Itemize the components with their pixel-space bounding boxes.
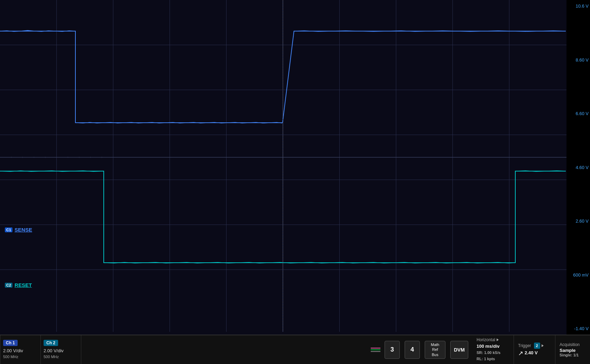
ch2-bw: 500 MHz	[44, 354, 59, 360]
y-label-8v6: 8.60 V	[568, 57, 589, 63]
grid-container: C1 SENSE C2 RESET	[0, 0, 566, 335]
y-label-neg1v4: -1.40 V	[568, 326, 589, 331]
ch1-badge: C1	[5, 227, 12, 232]
bus-color-line	[371, 351, 380, 352]
ch1-vdiv: 2.00 V/div	[3, 347, 23, 354]
y-axis-labels: 10.6 V 8.60 V 6.60 V 4.60 V 2.60 V 600 m…	[566, 0, 590, 335]
trigger-arrow-icon	[542, 344, 544, 347]
ch1-bw: 500 MHz	[3, 354, 18, 360]
y-label-2v6: 2.60 V	[568, 218, 589, 224]
acquisition-title: Acquisition	[560, 342, 586, 347]
y-label-6v6: 6.60 V	[568, 111, 589, 116]
channel-buttons-section: 3 4 Math Ref Bus DVM	[368, 335, 472, 364]
y-label-4v6: 4.60 V	[568, 165, 589, 170]
toolbar: Ch 1 2.00 V/div 500 MHz Ch 2 2.00 V/div …	[0, 335, 590, 364]
ref-color-line	[371, 349, 380, 350]
ch1-info-section: Ch 1 2.00 V/div 500 MHz	[0, 335, 41, 364]
trigger-level-value: 2.40 V	[525, 349, 538, 357]
ch2-badge: C2	[5, 283, 12, 288]
horizontal-tsdiv: 100 ms/div	[477, 343, 509, 350]
trigger-section: Trigger 2 ↗ 2.40 V	[514, 335, 555, 364]
horizontal-section: Horizontal 100 ms/div SR: 1.00 kS/s RL: …	[472, 335, 514, 364]
ch2-name: RESET	[15, 282, 32, 288]
ch1-info-badge: Ch 1	[3, 340, 18, 346]
dvm-button[interactable]: DVM	[450, 341, 468, 359]
horizontal-title: Horizontal	[477, 337, 509, 342]
horizontal-arrow	[497, 338, 499, 341]
trigger-title: Trigger 2	[518, 343, 551, 349]
trigger-ch-badge: 2	[534, 343, 540, 349]
ch1-screen-label: C1 SENSE	[5, 227, 32, 233]
acquisition-mode: Sample	[560, 348, 586, 353]
btn3[interactable]: 3	[385, 341, 400, 359]
ch1-name: SENSE	[15, 227, 32, 233]
horizontal-sr: SR: 1.00 kS/s	[477, 350, 509, 356]
ch2-info-section: Ch 2 2.00 V/div 500 MHz	[41, 335, 81, 364]
math-ref-bus-button[interactable]: Math Ref Bus	[425, 341, 445, 359]
color-indicators	[371, 348, 380, 352]
ch2-vdiv: 2.00 V/div	[44, 347, 64, 354]
horizontal-rl: RL: 1 kpts	[477, 356, 509, 362]
y-label-600mv: 600 mV	[568, 272, 589, 278]
ch1-info-box: Ch 1 2.00 V/div 500 MHz	[3, 340, 38, 360]
y-label-10v6: 10.6 V	[568, 3, 589, 9]
trigger-slope-row: ↗ 2.40 V	[518, 349, 551, 357]
screen-area: C1 SENSE C2 RESET 10.6 V 8.60 V 6.60 V 4…	[0, 0, 590, 335]
acquisition-section: Acquisition Sample Single: 1/1	[555, 335, 590, 364]
toolbar-spacer	[81, 335, 368, 364]
ch2-info-box: Ch 2 2.00 V/div 500 MHz	[44, 340, 78, 360]
math-color-line	[371, 348, 380, 348]
grid-svg	[0, 0, 566, 335]
btn4[interactable]: 4	[405, 341, 420, 359]
acquisition-seg: Single: 1/1	[560, 353, 586, 357]
svg-rect-0	[0, 0, 566, 335]
ch2-screen-label: C2 RESET	[5, 282, 32, 288]
oscilloscope: C1 SENSE C2 RESET 10.6 V 8.60 V 6.60 V 4…	[0, 0, 590, 364]
ch2-info-badge: Ch 2	[44, 340, 58, 346]
trigger-slope-icon: ↗	[518, 349, 523, 357]
